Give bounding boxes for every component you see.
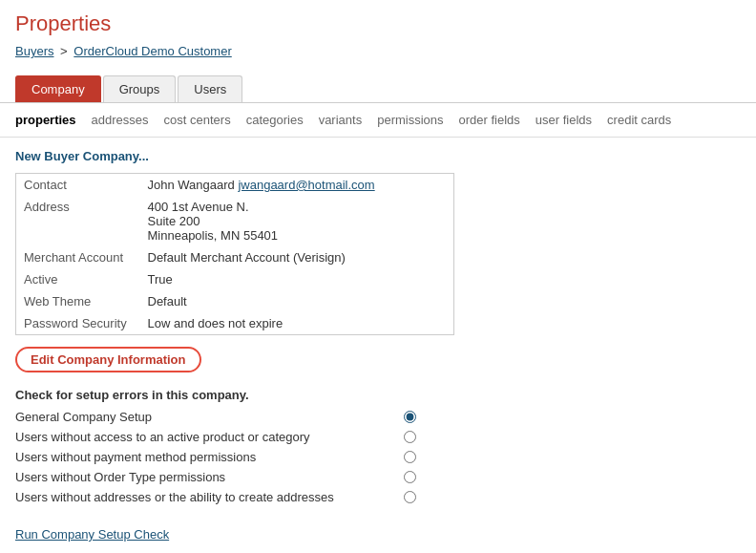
radio-input[interactable] [404,451,416,463]
subtab-bar: properties addresses cost centers catego… [0,103,756,138]
table-row: Web ThemeDefault [16,290,454,312]
content-area: New Buyer Company... ContactJohn Wangaar… [0,138,756,553]
setup-check-section: Check for setup errors in this company. … [15,388,741,542]
tab-users[interactable]: Users [178,75,242,102]
row-label: Address [16,196,140,246]
row-value: 400 1st Avenue N. Suite 200 Minneapolis,… [140,196,454,246]
radio-option: Users without payment method permissions [15,450,416,464]
subtab-categories[interactable]: categories [246,111,304,129]
radio-option: General Company Setup [15,410,416,424]
row-value: True [140,268,454,290]
row-label: Active [16,268,140,290]
run-setup-check-link[interactable]: Run Company Setup Check [15,527,169,542]
breadcrumb: Buyers > OrderCloud Demo Customer [15,44,741,58]
subtab-cost-centers[interactable]: cost centers [164,111,231,129]
radio-input[interactable] [404,491,416,503]
radio-label: Users without Order Type permissions [15,470,225,484]
row-label: Contact [16,174,140,197]
radio-input[interactable] [404,431,416,443]
table-row: Merchant AccountDefault Merchant Account… [16,246,454,268]
tab-company[interactable]: Company [15,75,101,102]
tab-groups[interactable]: Groups [103,75,177,102]
breadcrumb-parent-link[interactable]: Buyers [15,44,53,58]
subtab-order-fields[interactable]: order fields [459,111,520,129]
radio-options-container: General Company SetupUsers without acces… [15,410,741,504]
breadcrumb-separator: > [60,44,68,58]
table-row: ContactJohn Wangaard jwangaard@hotmail.c… [16,174,454,197]
radio-label: General Company Setup [15,410,152,424]
page-header: Properties Buyers > OrderCloud Demo Cust… [0,0,756,75]
contact-email-link[interactable]: jwangaard@hotmail.com [238,178,374,192]
radio-option: Users without Order Type permissions [15,470,416,484]
setup-check-title: Check for setup errors in this company. [15,388,741,402]
company-info-table: ContactJohn Wangaard jwangaard@hotmail.c… [15,173,454,335]
edit-company-button[interactable]: Edit Company Information [15,347,201,372]
table-row: Address400 1st Avenue N. Suite 200 Minne… [16,196,454,246]
row-label: Web Theme [16,290,140,312]
subtab-credit-cards[interactable]: credit cards [607,111,671,129]
row-label: Password Security [16,312,140,335]
radio-label: Users without payment method permissions [15,450,256,464]
table-row: Password SecurityLow and does not expire [16,312,454,335]
breadcrumb-current-link[interactable]: OrderCloud Demo Customer [74,44,231,58]
table-row: ActiveTrue [16,268,454,290]
row-value: Default [140,290,454,312]
radio-option: Users without access to an active produc… [15,430,416,444]
radio-option: Users without addresses or the ability t… [15,490,416,504]
row-label: Merchant Account [16,246,140,268]
radio-label: Users without access to an active produc… [15,430,310,444]
row-value: Low and does not expire [140,312,454,335]
subtab-permissions[interactable]: permissions [377,111,443,129]
radio-input[interactable] [404,411,416,423]
main-tabs: Company Groups Users [0,75,756,103]
edit-button-container: Edit Company Information [15,347,741,372]
section-title: New Buyer Company... [15,149,741,163]
subtab-user-fields[interactable]: user fields [536,111,592,129]
tab-list: Company Groups Users [15,75,741,102]
subtab-addresses[interactable]: addresses [92,111,149,129]
radio-label: Users without addresses or the ability t… [15,490,334,504]
radio-input[interactable] [404,471,416,483]
row-value: Default Merchant Account (Verisign) [140,246,454,268]
page-title: Properties [15,11,741,36]
row-value: John Wangaard jwangaard@hotmail.com [140,174,454,197]
subtab-properties[interactable]: properties [15,111,76,129]
subtab-variants[interactable]: variants [319,111,363,129]
